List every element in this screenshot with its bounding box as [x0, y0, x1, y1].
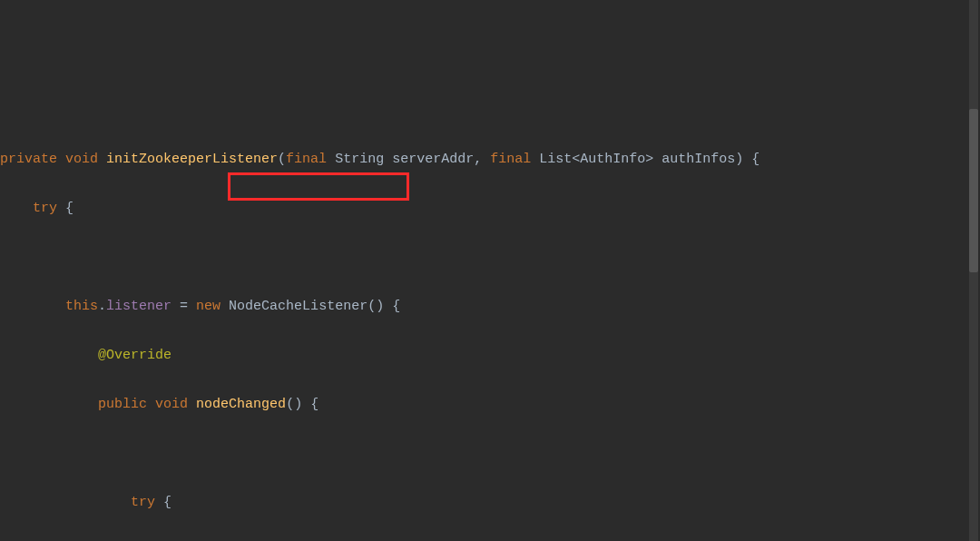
code-line: try { [0, 490, 980, 515]
code-line: @Override [0, 343, 980, 368]
type-List: List [539, 152, 572, 167]
kw-try: try [33, 201, 57, 216]
kw-try-2: try [131, 495, 155, 510]
field-listener: listener [106, 299, 172, 314]
kw-this: this [65, 299, 98, 314]
kw-new: new [196, 299, 220, 314]
code-line: public void nodeChanged() { [0, 392, 980, 417]
vertical-scrollbar[interactable] [969, 0, 978, 541]
param-serverAddr: serverAddr [392, 152, 474, 167]
kw-void-2: void [155, 397, 188, 412]
code-line: try { [0, 196, 980, 221]
annotation-Override: @Override [98, 348, 172, 363]
code-line: this.listener = new NodeCacheListener() … [0, 294, 980, 319]
method-nodeChanged: nodeChanged [196, 397, 286, 412]
type-AuthInfo: AuthInfo [580, 152, 645, 167]
kw-final: final [286, 152, 327, 167]
code-line [0, 245, 980, 270]
scrollbar-thumb[interactable] [969, 109, 978, 272]
code-line [0, 441, 980, 466]
ctor-NodeCacheListener: NodeCacheListener [229, 299, 368, 314]
param-authInfos: authInfos [662, 152, 735, 167]
kw-public: public [98, 397, 147, 412]
method-initZookeeperListener: initZookeeperListener [106, 152, 278, 167]
type-String: String [335, 152, 384, 167]
kw-final-2: final [490, 152, 531, 167]
kw-void: void [65, 152, 98, 167]
code-editor[interactable]: private void initZookeeperListener(final… [0, 98, 980, 541]
kw-private: private [0, 152, 57, 167]
code-line: private void initZookeeperListener(final… [0, 147, 980, 172]
